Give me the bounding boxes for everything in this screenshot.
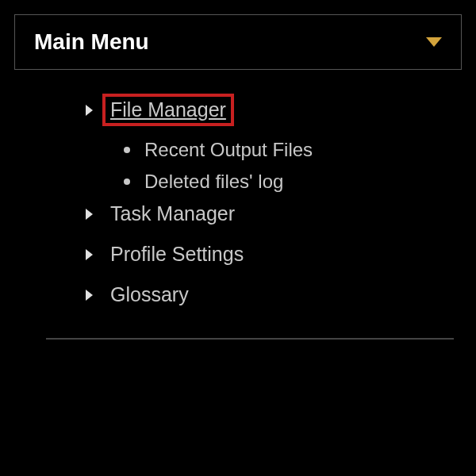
bullet-icon — [124, 178, 130, 185]
expand-arrow-icon — [86, 249, 93, 260]
subitem-label: Recent Output Files — [144, 139, 313, 161]
menu-label-profile-settings: Profile Settings — [110, 243, 244, 266]
expand-arrow-icon — [86, 290, 93, 301]
menu-label-task-manager: Task Manager — [110, 202, 235, 225]
menu-item-task-manager[interactable]: Task Manager — [86, 202, 462, 225]
bullet-icon — [124, 147, 130, 153]
main-menu-dropdown[interactable]: Main Menu — [14, 14, 462, 70]
expand-arrow-icon — [86, 105, 93, 116]
main-menu-title: Main Menu — [34, 29, 149, 55]
subitem-label: Deleted files' log — [144, 171, 283, 193]
submenu-file-manager: Recent Output Files Deleted files' log — [86, 139, 462, 193]
menu-item-glossary[interactable]: Glossary — [86, 283, 462, 306]
subitem-recent-output-files[interactable]: Recent Output Files — [124, 139, 462, 161]
menu-label-glossary: Glossary — [110, 283, 189, 306]
menu-item-file-manager[interactable]: File Manager — [86, 94, 462, 126]
menu-label-file-manager: File Manager — [102, 94, 234, 126]
subitem-deleted-files-log[interactable]: Deleted files' log — [124, 171, 462, 193]
expand-arrow-icon — [86, 209, 93, 220]
divider — [46, 338, 454, 340]
chevron-down-icon — [426, 37, 442, 47]
menu-list: File Manager Recent Output Files Deleted… — [14, 94, 462, 306]
menu-item-profile-settings[interactable]: Profile Settings — [86, 243, 462, 266]
